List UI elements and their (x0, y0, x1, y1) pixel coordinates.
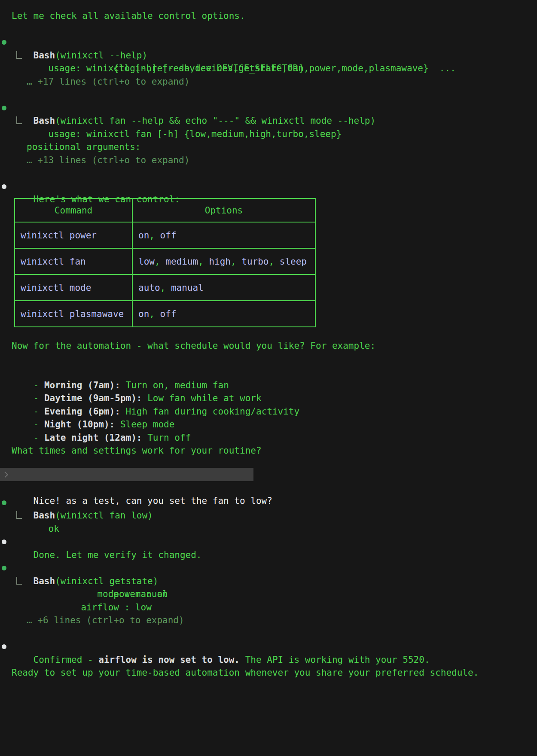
automation-prompt: Now for the automation - what schedule w… (0, 339, 537, 353)
table-row: winixctl power on, off (15, 222, 315, 248)
prompt-chevron-icon (2, 471, 8, 477)
tool-output-line: airflow : low (0, 601, 537, 614)
tool-bullet-icon (2, 500, 6, 505)
schedule-item: - Late night (12am): Turn off (0, 418, 537, 431)
tool-output-line: mode : manual (0, 588, 537, 601)
expand-hint: … +6 lines (ctrl+o to expand) (0, 614, 537, 627)
control-heading: Here's what we can control: (34, 194, 180, 204)
output-connector-icon (16, 51, 22, 59)
tool-call-bash-getstate: Bash(winixctl getstate) (0, 561, 537, 575)
assistant-message: Confirmed - airflow is now set to low. T… (0, 640, 537, 653)
tool-output-line: usage: winixctl fan [-h] {low,medium,hig… (0, 114, 537, 128)
schedule-label: Late night (12am): (44, 433, 142, 443)
routine-question: What times and settings work for your ro… (0, 444, 537, 457)
terminal-transcript: Let me check all available control optio… (0, 0, 537, 680)
options-cell: auto, manual (132, 274, 315, 301)
options-cell: low, medium, high, turbo, sleep (132, 248, 315, 274)
output-connector-icon (16, 511, 22, 519)
list-dash: - (34, 433, 39, 443)
tool-output-line: power : on (0, 575, 537, 588)
command-cell: winixctl fan (15, 248, 132, 274)
user-input-message: Nice! as a test, can you set the fan to … (0, 468, 253, 481)
tool-bullet-icon (2, 106, 6, 110)
tool-output-text: ok (49, 524, 59, 534)
message-bullet-icon (2, 644, 6, 649)
schedule-item: - Evening (6pm): High fan during cooking… (0, 392, 537, 405)
tool-bullet-icon (2, 566, 6, 570)
schedule-item: - Night (10pm): Sleep mode (0, 405, 537, 418)
assistant-message: Here's what we can control: (0, 180, 537, 193)
output-connector-icon (16, 116, 22, 124)
command-cell: winixctl plasmawave (15, 301, 132, 327)
blank-line (0, 128, 537, 141)
message-bullet-icon (2, 184, 6, 189)
tool-call-bash-help: Bash(winixctl --help) (0, 36, 537, 49)
schedule-desc: Turn off (147, 433, 191, 443)
schedule-item: - Daytime (9am-5pm): Low fan while at wo… (0, 379, 537, 392)
tool-output-line: usage: winixctl [-h] [--device DEVICE_SE… (0, 49, 537, 62)
control-table: Command Options winixctl power on, off w… (14, 198, 316, 327)
command-cell: winixctl power (15, 222, 132, 248)
schedule-item: - Morning (7am): Turn on, medium fan (0, 366, 537, 379)
tool-bullet-icon (2, 40, 6, 45)
intro-text: Let me check all available control optio… (0, 9, 537, 23)
ready-text: Ready to set up your time-based automati… (0, 666, 537, 680)
options-cell: on, off (132, 222, 315, 248)
tool-output-line: ok (0, 509, 537, 522)
table-row: winixctl fan low, medium, high, turbo, s… (15, 248, 315, 274)
tool-output-line: positional arguments: (0, 140, 537, 154)
message-bullet-icon (2, 540, 6, 544)
tool-call-bash-fan-help: Bash(winixctl fan --help && echo "---" &… (0, 101, 537, 115)
expand-hint: … +13 lines (ctrl+o to expand) (0, 154, 537, 167)
confirmed-highlight: airflow is now set to low. (98, 655, 240, 665)
table-row: winixctl plasmawave on, off (15, 301, 315, 327)
tool-output-line: {login,refresh,devices,getstate,fan,powe… (0, 62, 537, 75)
command-cell: winixctl mode (15, 274, 132, 301)
tool-call-bash-fan-low: Bash(winixctl fan low) (0, 496, 537, 509)
confirmed-prefix: Confirmed - (34, 655, 99, 665)
expand-hint: … +17 lines (ctrl+o to expand) (0, 75, 537, 88)
table-row: winixctl mode auto, manual (15, 274, 315, 301)
done-text: Done. Let me verify it changed. (34, 550, 202, 560)
options-cell: on, off (132, 301, 315, 327)
confirmed-suffix: The API is working with your 5520. (240, 655, 430, 665)
output-connector-icon (16, 577, 22, 585)
assistant-message: Done. Let me verify it changed. (0, 535, 537, 549)
